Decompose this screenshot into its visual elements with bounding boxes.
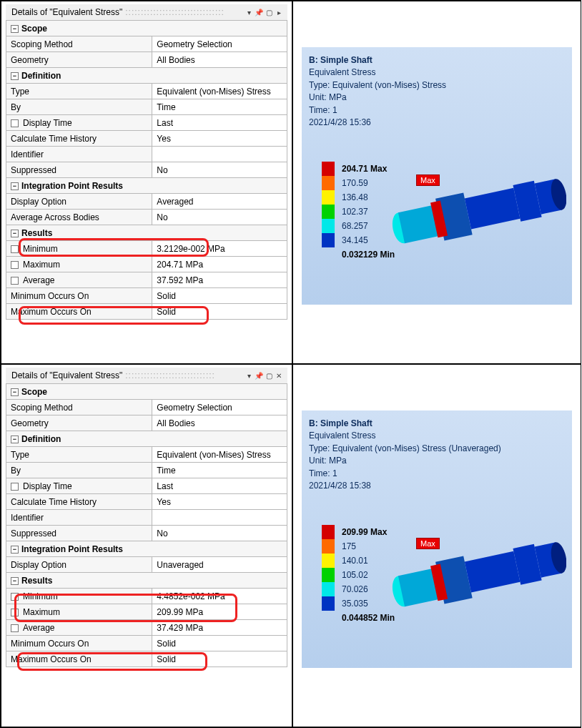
row-display-option-label[interactable]: Display Option [6,194,152,210]
legend-swatch-yellow [322,190,335,205]
min-checkbox[interactable] [11,245,19,253]
row-min-label[interactable]: Minimum [6,241,152,257]
row-minon-label[interactable]: Minimum Occurs On [6,288,152,304]
collapse-btn-ipr[interactable]: − [11,546,19,554]
details-table: −Scope Scoping MethodGeometry Selection … [6,383,287,667]
row-by-label[interactable]: By [6,463,152,478]
row-suppressed-label[interactable]: Suppressed [6,526,152,541]
row-geometry-value[interactable]: All Bodies [152,52,287,68]
row-display-time-value[interactable]: Last [152,115,287,131]
details-panel-unaveraged: Details of "Equivalent Stress" :::::::::… [1,364,292,727]
details-panel-averaged: Details of "Equivalent Stress" :::::::::… [1,1,292,364]
row-minon-value[interactable]: Solid [152,288,287,304]
chevron-right-icon[interactable]: ▸ [275,8,283,16]
row-by-value[interactable]: Time [152,463,287,478]
row-identifier-value[interactable] [152,147,287,162]
row-avg-value[interactable]: 37.429 MPa [152,620,287,636]
row-avg-value[interactable]: 37.592 MPa [152,272,287,288]
pane-title: Details of "Equivalent Stress" :::::::::… [6,4,287,20]
row-identifier-label[interactable]: Identifier [6,510,152,526]
legend-max: 209.99 Max [342,527,387,537]
row-maxon-value[interactable]: Solid [152,304,287,320]
collapse-btn-def[interactable]: − [11,436,19,443]
row-avg-label[interactable]: Average [6,620,152,636]
legend-swatch-green [322,568,335,582]
row-maxon-label[interactable]: Maximum Occurs On [6,304,152,320]
row-minon-label[interactable]: Minimum Occurs On [6,636,152,651]
row-calc-hist-value[interactable]: Yes [152,494,287,510]
row-maxon-label[interactable]: Maximum Occurs On [6,651,152,667]
row-geometry-label[interactable]: Geometry [6,415,152,431]
max-checkbox[interactable] [11,261,19,269]
row-max-label[interactable]: Maximum [6,604,152,620]
min-checkbox[interactable] [11,593,19,601]
pin-icon[interactable]: 📌 [255,371,263,380]
max-checkbox[interactable] [11,609,19,616]
row-suppressed-value[interactable]: No [152,526,287,541]
legend-v2: 140.01 [342,556,368,566]
row-identifier-label[interactable]: Identifier [6,147,152,162]
row-calc-hist-label[interactable]: Calculate Time History [6,131,152,147]
row-suppressed-label[interactable]: Suppressed [6,162,152,178]
row-type-value[interactable]: Equivalent (von-Mises) Stress [152,447,287,463]
display-time-checkbox[interactable] [11,483,19,491]
row-avg-label[interactable]: Average [6,272,152,288]
display-time-checkbox[interactable] [11,119,19,127]
section-header-definition: Definition [21,434,61,444]
row-max-value[interactable]: 204.71 MPa [152,257,287,272]
viz-canvas[interactable]: B: Simple Shaft Equivalent Stress Type: … [302,47,572,305]
max-label-flag[interactable]: Max [416,538,440,549]
row-maxon-value[interactable]: Solid [152,651,287,667]
avg-checkbox[interactable] [11,624,19,632]
row-display-option-label[interactable]: Display Option [6,557,152,573]
row-by-label[interactable]: By [6,99,152,115]
row-min-value[interactable]: 4.4852e-002 MPa [152,589,287,604]
row-min-label[interactable]: Minimum [6,589,152,604]
avg-checkbox[interactable] [11,277,19,285]
row-scoping-method-value[interactable]: Geometry Selection [152,400,287,415]
row-min-value[interactable]: 3.2129e-002 MPa [152,241,287,257]
section-header-scope: Scope [21,387,47,397]
max-label-flag[interactable]: Max [416,174,440,186]
collapse-btn-def[interactable]: − [11,72,19,80]
row-display-time-value[interactable]: Last [152,478,287,494]
row-identifier-value[interactable] [152,510,287,526]
viz-unit: Unit: MPa [309,455,501,467]
collapse-btn-scope[interactable]: − [11,25,19,33]
row-avg-across-value[interactable]: No [152,210,287,225]
row-scoping-method-label[interactable]: Scoping Method [6,400,152,415]
row-suppressed-value[interactable]: No [152,162,287,178]
viz-canvas[interactable]: B: Simple Shaft Equivalent Stress Type: … [302,410,572,668]
row-by-value[interactable]: Time [152,99,287,115]
row-calc-hist-label[interactable]: Calculate Time History [6,494,152,510]
row-display-option-value[interactable]: Unaveraged [152,557,287,573]
viz-cell-averaged: B: Simple Shaft Equivalent Stress Type: … [292,1,581,364]
row-display-option-value[interactable]: Averaged [152,194,287,210]
dropdown-icon[interactable]: ▾ [245,371,253,380]
viz-type: Type: Equivalent (von-Mises) Stress (Una… [309,443,501,455]
row-type-value[interactable]: Equivalent (von-Mises) Stress [152,84,287,99]
close-icon[interactable]: ✕ [275,371,283,380]
restore-icon[interactable]: ▢ [265,371,273,380]
row-max-value[interactable]: 209.99 MPa [152,604,287,620]
legend-swatch-orange [322,539,335,554]
row-display-time-label[interactable]: Display Time [6,115,152,131]
row-display-time-label[interactable]: Display Time [6,478,152,494]
row-geometry-value[interactable]: All Bodies [152,415,287,431]
row-max-label[interactable]: Maximum [6,257,152,272]
collapse-btn-scope[interactable]: − [11,388,19,396]
collapse-btn-results[interactable]: − [11,230,19,237]
pin-icon[interactable]: 📌 [255,8,263,16]
row-minon-value[interactable]: Solid [152,636,287,651]
row-type-label[interactable]: Type [6,84,152,99]
row-scoping-method-value[interactable]: Geometry Selection [152,36,287,52]
restore-icon[interactable]: ▢ [265,8,273,16]
row-avg-across-label[interactable]: Average Across Bodies [6,210,152,225]
row-geometry-label[interactable]: Geometry [6,52,152,68]
row-type-label[interactable]: Type [6,447,152,463]
row-scoping-method-label[interactable]: Scoping Method [6,36,152,52]
row-calc-hist-value[interactable]: Yes [152,131,287,147]
collapse-btn-results[interactable]: − [11,577,19,585]
dropdown-icon[interactable]: ▾ [245,8,253,16]
collapse-btn-ipr[interactable]: − [11,182,19,190]
